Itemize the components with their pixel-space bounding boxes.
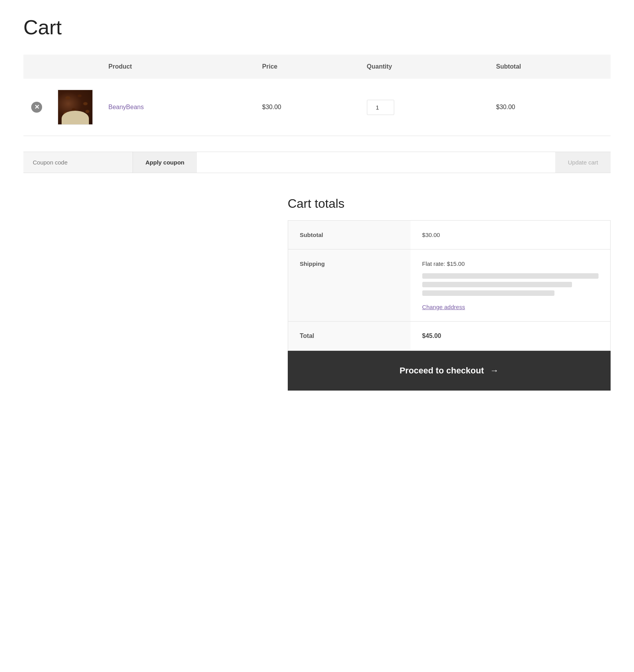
col-header-subtotal: Subtotal <box>488 55 611 79</box>
subtotal-label: Subtotal <box>288 221 410 249</box>
image-cell <box>50 79 101 136</box>
blurred-line-2 <box>422 282 572 287</box>
total-row: Total $45.00 <box>288 322 610 351</box>
shipping-value: Flat rate: $15.00 <box>422 260 599 267</box>
page-title: Cart <box>23 16 611 39</box>
checkout-arrow-icon: → <box>490 366 499 376</box>
cart-table: Product Price Quantity Subtotal ✕ BeanyB… <box>23 55 611 136</box>
shipping-cell: Flat rate: $15.00 Change address <box>411 249 611 322</box>
col-header-product: Product <box>101 55 254 79</box>
shipping-row: Shipping Flat rate: $15.00 Change addres… <box>288 249 610 322</box>
cart-totals-inner: Cart totals Subtotal $30.00 Shipping Fla… <box>288 196 611 391</box>
remove-cell: ✕ <box>23 79 50 136</box>
coupon-left: Apply coupon <box>23 152 197 173</box>
quantity-cell <box>359 79 489 136</box>
product-link[interactable]: BeanyBeans <box>108 104 144 110</box>
col-header-quantity: Quantity <box>359 55 489 79</box>
checkout-button[interactable]: Proceed to checkout → <box>288 351 611 391</box>
blurred-address-block <box>422 273 599 296</box>
close-icon: ✕ <box>31 102 42 113</box>
cart-totals-section: Cart totals Subtotal $30.00 Shipping Fla… <box>23 196 611 391</box>
cart-totals-title: Cart totals <box>288 196 611 211</box>
product-image <box>58 90 93 125</box>
col-header-price: Price <box>254 55 359 79</box>
subtotal-row: Subtotal $30.00 <box>288 221 610 249</box>
total-label: Total <box>288 322 410 351</box>
price-cell: $30.00 <box>254 79 359 136</box>
blurred-line-1 <box>422 273 599 279</box>
subtotal-value: $30.00 <box>411 221 611 249</box>
subtotal-cell: $30.00 <box>488 79 611 136</box>
totals-table: Subtotal $30.00 Shipping Flat rate: $15.… <box>288 220 611 351</box>
col-header-image <box>50 55 101 79</box>
shipping-label: Shipping <box>288 249 410 322</box>
remove-item-button[interactable]: ✕ <box>31 102 42 113</box>
checkout-label: Proceed to checkout <box>400 366 484 376</box>
blurred-line-3 <box>422 290 554 296</box>
change-address-link[interactable]: Change address <box>422 304 465 310</box>
col-header-remove <box>23 55 50 79</box>
total-value: $45.00 <box>411 322 611 351</box>
coupon-row: Apply coupon Update cart <box>23 152 611 173</box>
table-row: ✕ BeanyBeans $30.00 $30.00 <box>23 79 611 136</box>
quantity-input[interactable] <box>367 100 394 115</box>
update-cart-button[interactable]: Update cart <box>555 152 611 173</box>
coupon-input[interactable] <box>23 152 133 173</box>
apply-coupon-button[interactable]: Apply coupon <box>133 152 197 173</box>
product-name-cell: BeanyBeans <box>101 79 254 136</box>
